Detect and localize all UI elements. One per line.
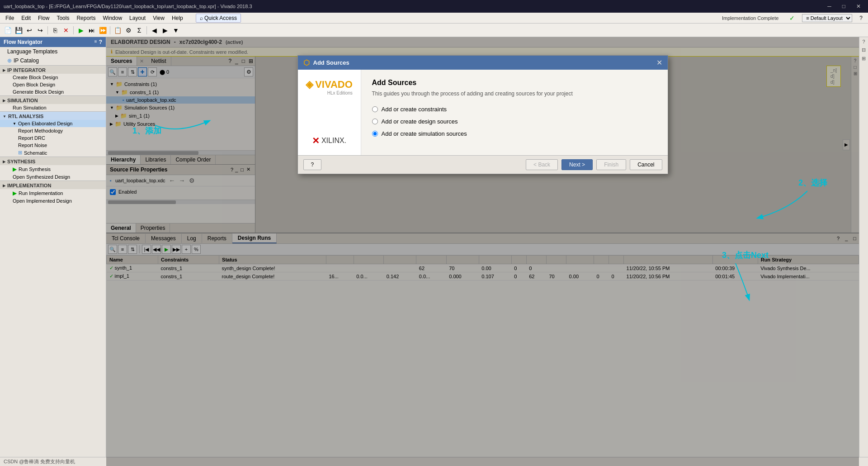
redo-button[interactable]: ↪ [35,25,45,35]
schematic-icon: ⊞ [18,150,22,156]
separator3 [110,26,110,34]
nav-item-open-elaborated-design[interactable]: ▼ Open Elaborated Design [0,120,106,127]
annotation-1-text: 1、添加 [132,125,161,136]
sigma-button[interactable]: Σ [134,25,144,35]
report-meth-label: Report Methodology [18,128,63,133]
nav-item-schematic[interactable]: ⊞ Schematic [0,149,106,157]
left-arrow-button[interactable]: ◀ [149,25,159,35]
ip-integrator-tri: ▶ [3,68,5,72]
menu-file[interactable]: File [2,14,18,22]
nav-section-implementation[interactable]: ▶ IMPLEMENTATION [0,181,106,189]
nav-item-open-synthesized-design[interactable]: Open Synthesized Design [0,173,106,181]
menu-window[interactable]: Window [99,14,126,22]
finish-button[interactable]: Finish [596,159,626,170]
impl-label: IMPLEMENTATION [7,183,51,188]
modal-header-title: ⬡ Add Sources [303,58,349,67]
annotation-step2: 2、选择 [798,177,827,188]
modal-body: ◈ VIVADO HLx Editions ✕ XILINX. [298,70,668,155]
separator [47,26,48,34]
menu-flow[interactable]: Flow [34,14,53,22]
nav-item-run-implementation[interactable]: ▶ Run Implementation [0,189,106,197]
ip-catalog-label: IP Catalog [14,57,39,64]
nav-help-icon[interactable]: ? [99,39,102,45]
right-arrow-button[interactable]: ▶ [160,25,170,35]
modal-title-text: Add Sources [313,59,349,66]
annotation-3-text: 3、点击Next [722,251,769,260]
save-button[interactable]: 💾 [14,25,24,35]
nav-section-synthesis[interactable]: ▶ SYNTHESIS [0,157,106,165]
run-sim-label: Run Simulation [13,105,47,110]
flow-nav-content: Language Templates ⊕ IP Catalog ▶ IP INT… [0,47,106,204]
next-button[interactable]: Next > [561,159,593,170]
nav-section-simulation[interactable]: ▶ SIMULATION [0,95,106,104]
properties-button[interactable]: 📋 [113,25,123,35]
rp-min[interactable]: ⊟ [862,47,866,53]
radio-sim-input[interactable] [372,131,378,137]
nav-item-language-templates[interactable]: Language Templates [0,47,106,56]
nav-item-report-methodology[interactable]: Report Methodology [0,127,106,134]
create-block-label: Create Block Design [13,75,58,80]
radio-design-sources[interactable]: Add or create design sources [372,118,657,125]
nav-section-ip-integrator[interactable]: ▶ IP INTEGRATOR [0,65,106,74]
nav-item-create-block-design[interactable]: Create Block Design [0,74,106,81]
nav-item-report-drc[interactable]: Report DRC [0,134,106,142]
toolbar: 📄 💾 ↩ ↪ ⎘ ✕ ▶ ⏭ ⏩ 📋 ⚙ Σ ◀ ▶ ▼ [0,24,868,37]
cancel-button[interactable]: Cancel [630,159,662,170]
xilinx-x-icon: ✕ [312,135,320,146]
help-icon[interactable]: ? [856,14,866,22]
menu-layout[interactable]: Layout [126,14,149,22]
minimize-button[interactable]: ─ [824,2,835,10]
annotation-2-text: 2、选择 [798,178,827,187]
window-controls[interactable]: ─ □ ✕ [824,2,864,10]
center-area: ELABORATED DESIGN - xc7z020clg400-2 (act… [106,37,859,466]
close-button[interactable]: ✕ [853,2,864,10]
nav-item-run-simulation[interactable]: Run Simulation [0,104,106,111]
nav-item-generate-block-design[interactable]: Generate Block Design [0,88,106,95]
nav-section-rtl-analysis[interactable]: ▼ RTL ANALYSIS [0,111,106,120]
run-button[interactable]: ▶ [76,25,86,35]
nav-item-report-noise[interactable]: Report Noise [0,142,106,149]
quick-access-button[interactable]: ⌕ Quick Access [196,14,241,23]
separator4 [146,26,147,34]
step-over-button[interactable]: ⏩ [98,25,108,35]
modal-help-button-area: ? [303,159,322,170]
new-file-button[interactable]: 📄 [3,25,13,35]
open-block-label: Open Block Design [13,82,55,87]
nav-item-run-synthesis[interactable]: ▶ Run Synthesis [0,165,106,173]
right-side-controls: ? ⊟ ⊞ [859,37,868,466]
run-impl-label: Run Implementation [19,190,63,196]
menu-reports[interactable]: Reports [73,14,99,22]
back-button[interactable]: < Back [526,159,558,170]
delete-button[interactable]: ✕ [61,25,71,35]
menu-tools[interactable]: Tools [53,14,73,22]
modal-help-button[interactable]: ? [303,159,322,170]
copy-button[interactable]: ⎘ [50,25,60,35]
modal-overlay: ⬡ Add Sources ✕ ◈ VIVADO [106,37,859,466]
radio-sim-sources[interactable]: Add or create simulation sources [372,130,657,137]
title-bar: uart_loopback_top - [E:/FPGA_Learn/FPGA/… [0,0,868,13]
rp-help[interactable]: ? [862,39,865,44]
menu-help[interactable]: Help [168,14,187,22]
nav-item-ip-catalog[interactable]: ⊕ IP Catalog [0,56,106,65]
radio-constraints-input[interactable] [372,106,378,112]
menu-edit[interactable]: Edit [18,14,34,22]
step-button[interactable]: ⏭ [87,25,97,35]
undo-button[interactable]: ↩ [24,25,34,35]
vivado-text: VIVADO [315,79,353,90]
maximize-button[interactable]: □ [839,2,849,10]
nav-item-open-block-design[interactable]: Open Block Design [0,81,106,88]
modal-close-button[interactable]: ✕ [656,58,662,67]
layout-select[interactable]: ≡ Default Layout [802,14,852,22]
nav-item-open-implemented-design[interactable]: Open Implemented Design [0,197,106,204]
radio-constraints[interactable]: Add or create constraints [372,106,657,113]
menu-view[interactable]: View [149,14,168,22]
settings-button[interactable]: ⚙ [123,25,133,35]
open-elab-label: Open Elaborated Design [18,121,72,126]
nav-collapse-icon[interactable]: ≡ [94,39,97,45]
down-button[interactable]: ▼ [171,25,181,35]
rp-max[interactable]: ⊞ [862,56,866,62]
main-layout: Flow Navigator ≡ ? Language Templates ⊕ … [0,37,868,466]
report-noise-label: Report Noise [18,143,47,148]
radio-design-input[interactable] [372,119,378,124]
run-synth-label: Run Synthesis [19,166,51,172]
